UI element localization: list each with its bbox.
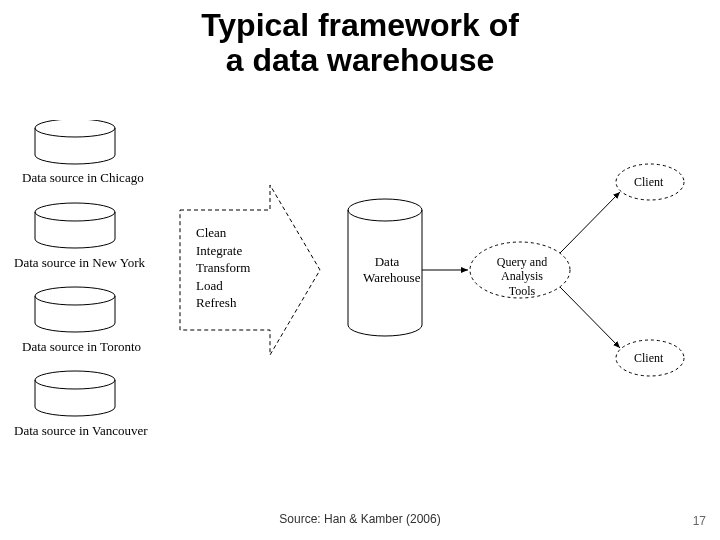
svg-point-0 xyxy=(35,120,115,137)
source-cylinder-chicago xyxy=(35,120,115,164)
arrow-tools-to-client-2 xyxy=(560,287,620,348)
citation-text: Source: Han & Kamber (2006) xyxy=(279,512,440,526)
source-label-chicago: Data source in Chicago xyxy=(22,170,144,186)
source-cylinder-newyork xyxy=(35,203,115,248)
source-label-vancouver: Data source in Vancouver xyxy=(14,423,148,439)
source-cylinder-toronto xyxy=(35,287,115,332)
source-label-newyork: Data source in New York xyxy=(14,255,145,271)
etl-step-transform: Transform xyxy=(196,259,250,277)
diagram-area: Data source in Chicago Data source in Ne… xyxy=(0,120,720,490)
page-title: Typical framework of a data warehouse xyxy=(0,8,720,78)
page-number: 17 xyxy=(693,514,706,528)
svg-point-2 xyxy=(35,287,115,305)
svg-point-1 xyxy=(35,203,115,221)
title-line-2: a data warehouse xyxy=(226,42,495,78)
tools-label-line2: Analysis Tools xyxy=(490,269,554,298)
etl-step-load: Load xyxy=(196,277,250,295)
arrow-tools-to-client-1 xyxy=(560,192,620,253)
svg-point-4 xyxy=(348,199,422,221)
source-cylinder-vancouver xyxy=(35,371,115,416)
warehouse-label-line2: Warehouse xyxy=(363,270,411,286)
etl-steps-list: Clean Integrate Transform Load Refresh xyxy=(196,224,250,312)
etl-step-clean: Clean xyxy=(196,224,250,242)
etl-step-refresh: Refresh xyxy=(196,294,250,312)
title-line-1: Typical framework of xyxy=(201,7,519,43)
client-label-1: Client xyxy=(634,175,663,190)
svg-point-3 xyxy=(35,371,115,389)
source-label-toronto: Data source in Toronto xyxy=(22,339,141,355)
etl-step-integrate: Integrate xyxy=(196,242,250,260)
warehouse-label-line1: Data xyxy=(363,254,411,270)
tools-label: Query and Analysis Tools xyxy=(490,255,554,298)
client-label-2: Client xyxy=(634,351,663,366)
tools-label-line1: Query and xyxy=(490,255,554,269)
warehouse-label: Data Warehouse xyxy=(363,254,411,286)
